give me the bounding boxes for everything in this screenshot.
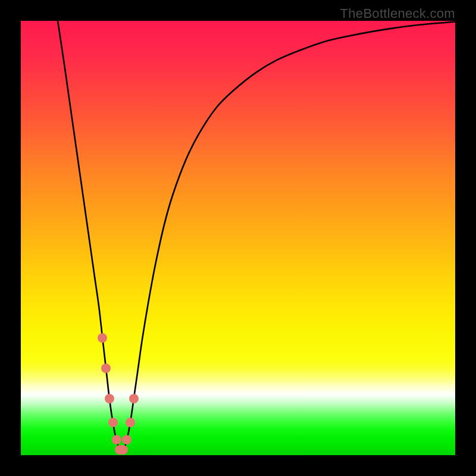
highlight-point [112,435,121,444]
highlight-point [118,445,128,455]
highlight-point [122,435,131,444]
bottleneck-curve [21,21,455,455]
watermark-label: TheBottleneck.com [340,6,455,21]
plot-area [21,21,455,455]
highlight-point [98,333,107,343]
highlight-point [108,418,118,427]
highlight-point [129,394,139,403]
highlight-point [115,445,124,455]
highlight-point [105,394,114,403]
highlight-point [126,418,135,427]
highlight-point [101,364,111,373]
chart-frame: TheBottleneck.com [0,0,476,476]
